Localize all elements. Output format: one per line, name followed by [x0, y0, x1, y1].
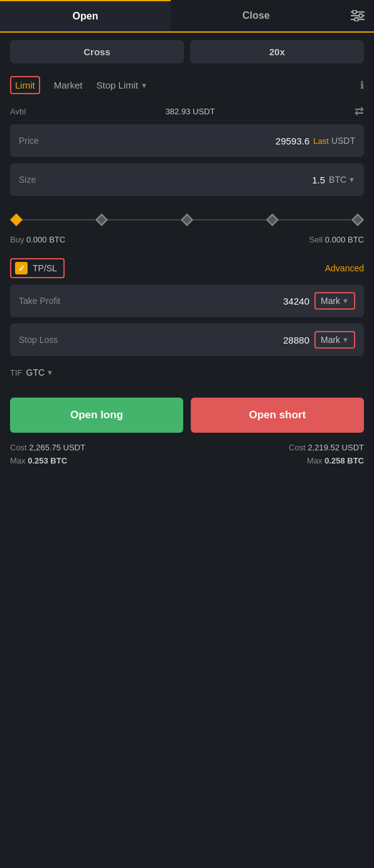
take-profit-chevron-icon: ▼: [342, 297, 349, 305]
order-type-market[interactable]: Market: [50, 77, 87, 93]
open-short-button[interactable]: Open short: [191, 398, 364, 433]
margin-row: Cross 20x: [0, 33, 374, 71]
take-profit-value: 34240: [283, 296, 309, 307]
take-profit-mark: Mark: [321, 296, 340, 306]
stop-loss-row[interactable]: Stop Loss 28880 Mark ▼: [10, 323, 364, 356]
slider-diamond-0: [10, 214, 23, 226]
transfer-icon[interactable]: ⇄: [355, 104, 364, 118]
svg-point-5: [355, 18, 358, 21]
take-profit-mark-dropdown[interactable]: Mark ▼: [314, 292, 355, 310]
buy-sell-row: Buy 0.000 BTC Sell 0.000 BTC: [0, 232, 374, 253]
tif-value: GTC: [26, 367, 45, 377]
margin-type-button[interactable]: Cross: [10, 40, 184, 63]
stop-loss-mark-dropdown[interactable]: Mark ▼: [314, 331, 355, 349]
avbl-value: 382.93 USDT: [166, 107, 215, 116]
short-max: Max 0.258 BTC: [307, 456, 364, 465]
take-profit-row[interactable]: Take Profit 34240 Mark ▼: [10, 285, 364, 317]
size-input-row[interactable]: Size 1.5 BTC ▼: [10, 163, 364, 196]
slider-handle-3[interactable]: [266, 214, 279, 226]
size-unit-chevron-icon: ▼: [348, 176, 355, 183]
stop-loss-chevron-icon: ▼: [342, 336, 349, 344]
cost-row: Cost 2,265.75 USDT Cost 2,219.52 USDT: [0, 439, 374, 455]
svg-point-3: [359, 14, 363, 18]
price-input-row[interactable]: Price 29593.6 Last USDT: [10, 124, 364, 157]
size-unit-dropdown[interactable]: BTC ▼: [329, 175, 355, 185]
stop-loss-value: 28880: [283, 335, 309, 345]
tpsl-row: ✓ TP/SL Advanced: [0, 253, 374, 285]
short-cost: Cost 2,219.52 USDT: [289, 443, 364, 452]
max-row: Max 0.253 BTC Max 0.258 BTC: [0, 455, 374, 478]
open-long-button[interactable]: Open long: [10, 398, 183, 433]
price-label: Price: [19, 136, 56, 146]
sell-value: 0.000 BTC: [325, 235, 364, 244]
sell-label: Sell 0.000 BTC: [309, 235, 364, 244]
action-row: Open long Open short: [0, 390, 374, 439]
tif-dropdown[interactable]: GTC ▼: [26, 367, 53, 377]
tab-close[interactable]: Close: [171, 0, 341, 31]
stop-loss-mark: Mark: [321, 335, 340, 345]
slider-diamond-4: [351, 214, 364, 226]
tpsl-checkbox: ✓: [15, 262, 28, 274]
settings-icon[interactable]: [341, 0, 374, 31]
leverage-button[interactable]: 20x: [190, 40, 364, 63]
slider-section: [0, 202, 374, 232]
price-unit: USDT: [331, 136, 355, 146]
take-profit-label: Take Profit: [19, 296, 82, 306]
avbl-label: Avbl: [10, 107, 26, 116]
order-type-stop-limit[interactable]: Stop Limit ▼: [97, 80, 148, 90]
stop-loss-label: Stop Loss: [19, 335, 82, 345]
slider-diamond-3: [266, 214, 279, 226]
slider-handle-1[interactable]: [95, 214, 108, 226]
size-label: Size: [19, 175, 56, 185]
tab-open[interactable]: Open: [0, 0, 171, 31]
long-cost: Cost 2,265.75 USDT: [10, 443, 85, 452]
slider-handle-0[interactable]: [10, 214, 23, 226]
avbl-row: Avbl 382.93 USDT ⇄: [0, 102, 374, 124]
advanced-link[interactable]: Advanced: [325, 263, 364, 273]
tpsl-label: TP/SL: [33, 263, 57, 273]
order-type-row: Limit Market Stop Limit ▼ ℹ: [0, 71, 374, 102]
buy-label: Buy 0.000 BTC: [10, 235, 65, 244]
price-tag: Last: [313, 136, 329, 146]
tif-chevron-icon: ▼: [46, 369, 53, 376]
slider-diamond-1: [95, 214, 108, 226]
tif-row: TIF GTC ▼: [0, 362, 374, 390]
size-unit: BTC: [329, 175, 346, 185]
slider-handle-2[interactable]: [181, 214, 193, 226]
stop-limit-chevron-icon: ▼: [141, 82, 147, 89]
info-icon[interactable]: ℹ: [360, 79, 364, 91]
slider-diamond-2: [181, 214, 193, 226]
slider-handle-4[interactable]: [351, 214, 364, 226]
long-max: Max 0.253 BTC: [10, 456, 67, 465]
svg-point-1: [353, 10, 356, 14]
slider-track[interactable]: [10, 212, 364, 227]
tab-bar: Open Close: [0, 0, 374, 33]
size-value: 1.5: [312, 175, 325, 185]
price-value: 29593.6: [275, 136, 309, 146]
order-type-limit[interactable]: Limit: [10, 76, 40, 94]
tpsl-checkbox-wrap[interactable]: ✓ TP/SL: [10, 258, 65, 278]
buy-value: 0.000 BTC: [26, 235, 65, 244]
tif-label: TIF: [10, 368, 23, 377]
